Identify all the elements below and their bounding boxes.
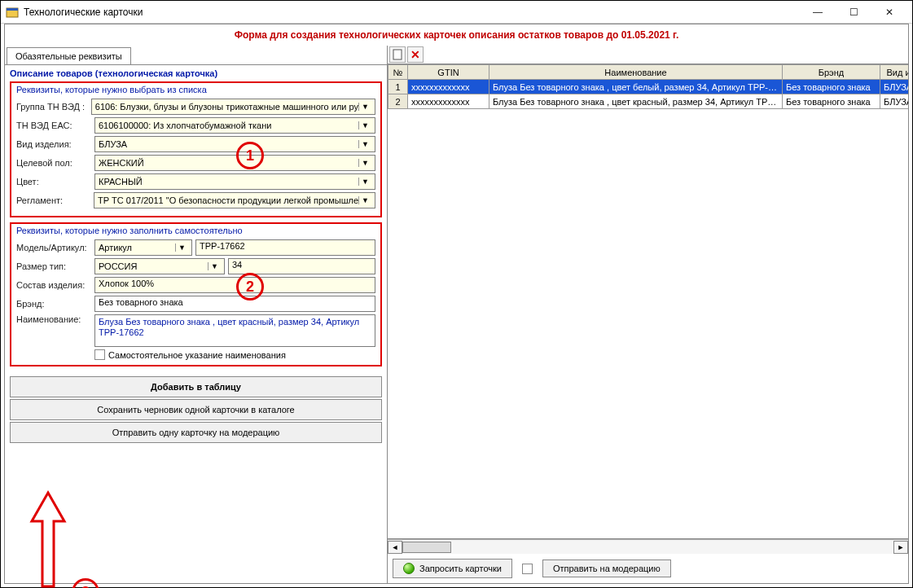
fieldset-manual-legend: Реквизиты, которые нужно заполнить самос… [16, 226, 375, 235]
col-header-gtin[interactable]: GTIN [408, 65, 489, 80]
table-row[interactable]: 2 xxxxxxxxxxxxx Блуза Без товарного знак… [388, 94, 909, 109]
banner-text: Форма для создания технологических карто… [5, 24, 908, 46]
combo-tnved-eac[interactable]: 6106100000: Из хлопчатобумажной ткани▼ [94, 117, 375, 134]
chevron-down-icon: ▼ [358, 140, 371, 148]
chevron-down-icon: ▼ [358, 121, 371, 129]
fieldset-select-legend: Реквизиты, которые нужно выбрать из спис… [16, 85, 375, 94]
combo-gender[interactable]: ЖЕНСКИЙ▼ [94, 155, 375, 171]
chevron-down-icon: ▼ [358, 103, 371, 111]
section-title: Описание товаров (технологическая карточ… [5, 65, 387, 80]
new-doc-button[interactable] [389, 46, 406, 63]
send-one-moderation-button[interactable]: Отправить одну карточку на модерацию [10, 422, 382, 443]
combo-tnved-group[interactable]: 6106: Блузки, блузы и блузоны трикотажны… [91, 99, 375, 115]
input-name[interactable]: Блуза Без товарного знака , цвет красный… [94, 314, 375, 347]
label-model: Модель/Артикул: [16, 243, 91, 252]
scroll-right-button[interactable]: ► [893, 541, 908, 554]
tab-required[interactable]: Обазятельные реквизиты [7, 47, 131, 64]
close-button[interactable]: ✕ [871, 1, 907, 24]
combo-model-type[interactable]: Артикул▼ [94, 239, 192, 256]
request-cards-button[interactable]: Запросить карточки [393, 559, 512, 578]
data-grid[interactable]: № GTIN Наименование Брэнд Вид из 1 xxxxx… [388, 64, 908, 539]
app-icon [6, 6, 19, 19]
save-draft-button[interactable]: Сохранить черновик одной карточки в ката… [10, 399, 382, 420]
label-brand: Брэнд: [16, 299, 91, 309]
combo-size-type[interactable]: РОССИЯ▼ [94, 258, 225, 274]
left-pane: Обазятельные реквизиты Описание товаров … [5, 46, 388, 583]
col-header-name[interactable]: Наименование [489, 65, 783, 80]
label-size: Размер тип: [16, 261, 91, 271]
annotation-circle-3: 3 [72, 578, 99, 588]
label-composition: Состав изделия: [16, 280, 91, 290]
outer-panel: Форма для создания технологических карто… [4, 24, 909, 584]
combo-item-type[interactable]: БЛУЗА▼ [94, 136, 375, 152]
label-tnved-group: Группа ТН ВЭД : [16, 102, 88, 112]
chevron-down-icon: ▼ [208, 262, 221, 270]
col-header-n[interactable]: № [388, 65, 408, 80]
send-moderation-button[interactable]: Отправить на модерацию [542, 559, 671, 577]
chevron-down-icon: ▼ [358, 178, 371, 186]
bottom-bar: Запросить карточки Отправить на модераци… [388, 554, 908, 583]
svg-rect-1 [7, 8, 18, 11]
label-name: Наименование: [16, 314, 91, 324]
label-color: Цвет: [16, 177, 91, 186]
chevron-down-icon: ▼ [358, 159, 371, 167]
label-gender: Целевой пол: [16, 158, 91, 168]
chevron-down-icon: ▼ [358, 196, 371, 204]
input-composition[interactable]: Хлопок 100% [94, 277, 375, 293]
window-title: Технологические карточки [24, 7, 800, 18]
app-window: Технологические карточки — ☐ ✕ Форма для… [0, 0, 913, 588]
titlebar: Технологические карточки — ☐ ✕ [1, 1, 912, 24]
checkbox-manual-name[interactable] [94, 349, 105, 360]
svg-rect-2 [393, 50, 402, 59]
combo-reglament[interactable]: ТР ТС 017/2011 "О безопасности продукции… [94, 192, 375, 208]
table-row[interactable]: 1 xxxxxxxxxxxxx Блуза Без товарного знак… [388, 80, 909, 94]
right-toolbar: ✕ [388, 46, 908, 64]
scroll-left-button[interactable]: ◄ [388, 541, 402, 554]
label-reglament: Регламент: [16, 195, 90, 205]
annotation-arrow-up [28, 489, 68, 588]
checkbox-request[interactable] [522, 564, 533, 574]
label-item-type: Вид изделия: [16, 139, 91, 149]
input-size-value[interactable]: 34 [228, 258, 375, 274]
scroll-track[interactable] [402, 541, 893, 554]
chevron-down-icon: ▼ [175, 244, 188, 252]
horizontal-scrollbar[interactable]: ◄ ► [388, 539, 908, 554]
col-header-brand[interactable]: Брэнд [783, 65, 880, 80]
fieldset-manual-fill: Реквизиты, которые нужно заполнить самос… [10, 222, 382, 366]
right-pane: ✕ № GTIN Наименование Брэнд Вид из [388, 46, 908, 583]
fieldset-select-list: Реквизиты, которые нужно выбрать из спис… [10, 81, 382, 217]
refresh-icon [403, 563, 415, 574]
checkbox-manual-name-label: Самостоятельное указание наименования [108, 350, 286, 360]
label-tnved-eac: ТН ВЭД ЕАС: [16, 121, 91, 130]
input-model-value[interactable]: ТРР-17662 [195, 239, 375, 256]
minimize-button[interactable]: — [800, 1, 836, 24]
combo-color[interactable]: КРАСНЫЙ▼ [94, 173, 375, 190]
input-brand[interactable]: Без товарного знака [94, 296, 375, 312]
col-header-vid[interactable]: Вид из [880, 65, 909, 80]
delete-button[interactable]: ✕ [407, 46, 424, 63]
maximize-button[interactable]: ☐ [836, 1, 871, 24]
scroll-thumb[interactable] [402, 542, 451, 553]
add-to-table-button[interactable]: Добавить в таблицу [10, 376, 382, 397]
